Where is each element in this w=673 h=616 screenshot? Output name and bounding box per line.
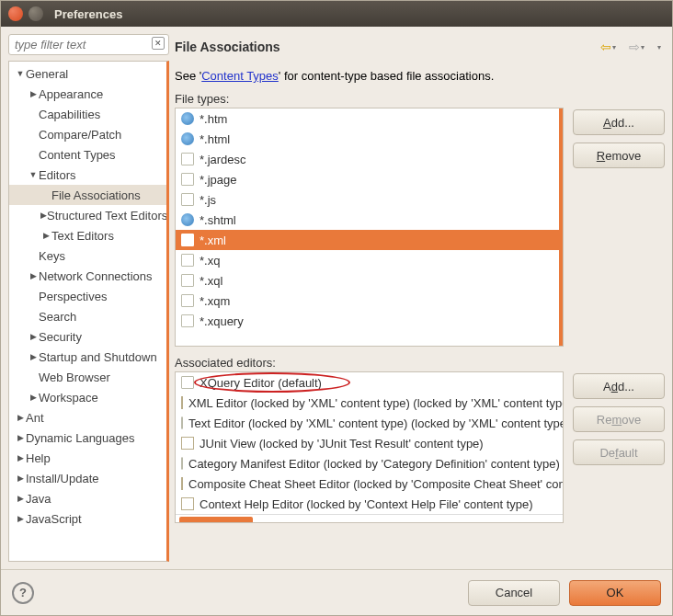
tree-item-label: Network Connections bbox=[39, 269, 153, 283]
expand-icon[interactable]: ▶ bbox=[40, 211, 47, 220]
file-types-list[interactable]: *.htm*.html*.jardesc*.jpage*.js*.shtml*.… bbox=[175, 108, 564, 347]
tree-item[interactable]: ▶Structured Text Editors bbox=[9, 205, 166, 225]
tree-item[interactable]: Content Types bbox=[9, 144, 166, 165]
tree-item[interactable]: Perspectives bbox=[9, 286, 166, 306]
file-icon bbox=[181, 234, 194, 246]
associated-editors-list[interactable]: XQuery Editor (default)XML Editor (locke… bbox=[175, 371, 564, 523]
file-type-label: *.xqm bbox=[200, 294, 230, 308]
window-minimize-button[interactable] bbox=[29, 6, 43, 21]
content-types-hint: See 'Content Types' for content-type bas… bbox=[175, 69, 665, 83]
help-button[interactable]: ? bbox=[12, 582, 34, 604]
tree-item[interactable]: Search bbox=[9, 306, 166, 326]
tree-item[interactable]: ▼Editors bbox=[9, 165, 166, 185]
view-menu-icon[interactable]: ▾ bbox=[657, 43, 661, 51]
expand-icon[interactable]: ▶ bbox=[15, 494, 26, 503]
editors-remove-button[interactable]: Remove bbox=[573, 406, 665, 432]
file-type-label: *.xquery bbox=[200, 314, 244, 328]
mark-icon bbox=[181, 396, 183, 409]
clear-filter-icon[interactable]: ✕ bbox=[152, 37, 165, 50]
globe-icon bbox=[181, 213, 194, 226]
file-types-remove-button[interactable]: Remove bbox=[573, 143, 665, 168]
tree-item[interactable]: ▶JavaScript bbox=[9, 508, 166, 529]
tree-item[interactable]: ▶Java bbox=[9, 488, 166, 508]
file-type-item[interactable]: *.xqm bbox=[176, 291, 559, 311]
editor-label: XML Editor (locked by 'XML' content type… bbox=[188, 396, 564, 410]
file-type-label: *.htm bbox=[200, 112, 227, 126]
associated-editors-label: Associated editors: bbox=[175, 356, 665, 370]
tree-item-label: Structured Text Editors bbox=[47, 209, 167, 222]
file-type-item[interactable]: *.htm bbox=[176, 108, 559, 129]
expand-icon[interactable]: ▶ bbox=[28, 271, 39, 280]
tree-item[interactable]: Keys bbox=[9, 245, 166, 266]
filter-input[interactable] bbox=[8, 34, 169, 55]
expand-icon[interactable]: ▶ bbox=[15, 413, 26, 422]
expand-icon[interactable]: ▶ bbox=[28, 393, 39, 402]
tree-item[interactable]: Web Browser bbox=[9, 367, 166, 387]
tree-item[interactable]: ▶Security bbox=[9, 326, 166, 347]
expand-icon[interactable]: ▶ bbox=[28, 332, 39, 341]
expand-icon[interactable]: ▶ bbox=[15, 514, 26, 523]
editor-item[interactable]: JUnit View (locked by 'JUnit Test Result… bbox=[176, 433, 563, 453]
tree-item[interactable]: ▶Install/Update bbox=[9, 468, 166, 488]
expand-icon[interactable]: ▶ bbox=[15, 473, 26, 483]
file-types-add-button[interactable]: Add... bbox=[573, 109, 665, 135]
editor-item[interactable]: Composite Cheat Sheet Editor (locked by … bbox=[176, 473, 563, 494]
expand-icon[interactable]: ▶ bbox=[40, 231, 51, 240]
tree-item[interactable]: ▶Dynamic Languages bbox=[9, 428, 166, 448]
editor-item[interactable]: XQuery Editor (default) bbox=[176, 372, 563, 393]
tree-item[interactable]: ▼General bbox=[9, 63, 166, 84]
editor-item[interactable]: XML Editor (locked by 'XML' content type… bbox=[176, 393, 563, 413]
file-type-item[interactable]: *.xquery bbox=[176, 311, 559, 331]
tree-item[interactable]: ▶Text Editors bbox=[9, 225, 166, 245]
tree-item[interactable]: ▶Startup and Shutdown bbox=[9, 347, 166, 367]
file-type-item[interactable]: *.js bbox=[176, 189, 559, 210]
collapse-icon[interactable]: ▼ bbox=[15, 69, 26, 78]
editors-default-button[interactable]: Default bbox=[573, 439, 665, 465]
editor-item[interactable]: Category Manifest Editor (locked by 'Cat… bbox=[176, 453, 563, 473]
window-close-button[interactable] bbox=[8, 6, 23, 21]
file-type-item[interactable]: *.xq bbox=[176, 250, 559, 270]
file-type-item[interactable]: *.jpage bbox=[176, 169, 559, 189]
file-type-label: *.js bbox=[200, 193, 216, 207]
editors-add-button[interactable]: Add... bbox=[573, 373, 665, 399]
expand-icon[interactable]: ▶ bbox=[15, 453, 26, 462]
file-type-item[interactable]: *.xml bbox=[176, 230, 559, 250]
nav-forward-menu-icon[interactable]: ▾ bbox=[641, 43, 644, 51]
tree-item[interactable]: Compare/Patch bbox=[9, 124, 166, 144]
expand-icon[interactable]: ▶ bbox=[28, 352, 39, 361]
file-icon bbox=[181, 376, 194, 389]
tree-item[interactable]: ▶Appearance bbox=[9, 84, 166, 104]
editor-label: Text Editor (locked by 'XML' content typ… bbox=[188, 416, 564, 430]
content-types-link[interactable]: Content Types bbox=[201, 69, 279, 83]
globe-icon bbox=[181, 132, 194, 145]
file-icon bbox=[181, 274, 194, 287]
horizontal-scrollbar[interactable] bbox=[176, 514, 563, 523]
preferences-tree[interactable]: ▼General▶AppearanceCapabilitiesCompare/P… bbox=[8, 61, 169, 562]
cancel-button[interactable]: Cancel bbox=[468, 580, 560, 606]
file-icon bbox=[181, 314, 194, 327]
nav-back-icon[interactable]: ⇦ bbox=[600, 40, 611, 54]
tree-item[interactable]: File Associations bbox=[9, 185, 166, 205]
file-type-item[interactable]: *.xql bbox=[176, 270, 559, 291]
file-type-label: *.jardesc bbox=[200, 153, 246, 166]
ok-button[interactable]: OK bbox=[569, 580, 661, 606]
file-type-item[interactable]: *.html bbox=[176, 129, 559, 149]
expand-icon[interactable]: ▶ bbox=[15, 433, 26, 442]
file-type-item[interactable]: *.shtml bbox=[176, 210, 559, 230]
editor-item[interactable]: Context Help Editor (locked by 'Context … bbox=[176, 494, 563, 514]
editor-label: Composite Cheat Sheet Editor (locked by … bbox=[188, 477, 564, 491]
file-icon bbox=[181, 193, 194, 206]
file-type-item[interactable]: *.jardesc bbox=[176, 149, 559, 169]
tree-item[interactable]: ▶Help bbox=[9, 448, 166, 468]
page-title: File Associations bbox=[175, 40, 280, 54]
tree-item[interactable]: ▶Network Connections bbox=[9, 266, 166, 286]
nav-back-menu-icon[interactable]: ▾ bbox=[612, 43, 616, 51]
tree-item-label: General bbox=[26, 67, 68, 81]
collapse-icon[interactable]: ▼ bbox=[28, 170, 39, 179]
tree-item[interactable]: ▶Workspace bbox=[9, 387, 166, 407]
tree-item-label: JavaScript bbox=[26, 512, 82, 526]
expand-icon[interactable]: ▶ bbox=[28, 89, 39, 98]
tree-item[interactable]: Capabilities bbox=[9, 104, 166, 124]
tree-item[interactable]: ▶Ant bbox=[9, 407, 166, 428]
editor-item[interactable]: Text Editor (locked by 'XML' content typ… bbox=[176, 413, 563, 433]
